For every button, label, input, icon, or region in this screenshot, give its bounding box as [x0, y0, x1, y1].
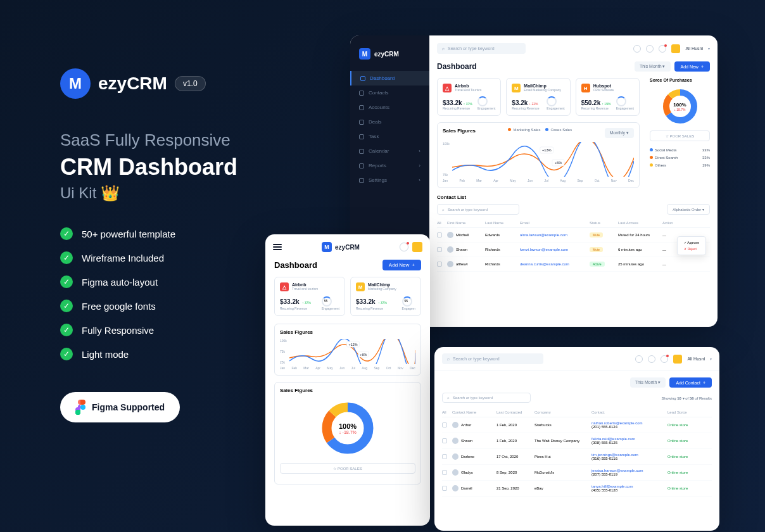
contact-search-input[interactable]: ⌕Search or type keyword	[437, 204, 519, 215]
reject-action[interactable]: ✗ Reject	[680, 246, 703, 252]
svg-text:+12%: +12%	[348, 343, 357, 346]
gauge-icon	[477, 96, 488, 106]
checkbox[interactable]	[437, 232, 442, 238]
checkbox[interactable]	[442, 470, 447, 475]
avatar	[452, 469, 458, 476]
contact-sort-dropdown[interactable]: Alphabetic Order ▾	[667, 204, 710, 215]
add-contact-button[interactable]: Add Contact +	[669, 377, 712, 388]
period-dropdown[interactable]: This Month ▾	[630, 377, 666, 388]
table-row[interactable]: Arthur1 Feb, 2020Starbucksnathan.roberts…	[442, 417, 712, 433]
hero-kit-label: Ui Kit 👑	[60, 184, 301, 202]
bell-icon[interactable]	[400, 243, 408, 251]
checkbox[interactable]	[442, 438, 447, 443]
stat-cards: △AirbnbTravel And Tourism $33.2k ↑ 37%Re…	[437, 78, 640, 116]
gauge-icon	[616, 96, 626, 106]
chevron-down-icon[interactable]: ▾	[708, 46, 710, 51]
bell-icon[interactable]	[659, 45, 666, 53]
sidebar-item-task[interactable]: Task	[350, 129, 429, 144]
logo-icon: M	[322, 242, 332, 252]
stat-card-airbnb[interactable]: △AirbnbTravel And Tourism $33.2k ↑ 37%Re…	[437, 78, 501, 116]
hubspot-icon: H	[581, 84, 590, 92]
user-name: Ali Husni	[687, 357, 705, 361]
logo-text: ezyCRM	[98, 73, 167, 94]
poor-sales-badge: ☆ POOR SALES	[280, 463, 415, 474]
checkbox[interactable]	[442, 422, 447, 428]
sun-icon[interactable]	[635, 355, 643, 363]
page-title: Dashboard	[437, 62, 477, 71]
contacts-icon	[359, 91, 364, 96]
stat-card-mailchimp[interactable]: MMailChimpMarketing Company $33.2k ↑ 37%…	[350, 277, 421, 316]
bell-icon[interactable]	[661, 355, 668, 363]
moon-icon[interactable]	[648, 355, 655, 363]
burger-menu-button[interactable]	[273, 244, 282, 250]
deals-icon	[359, 120, 364, 125]
chart-period-dropdown[interactable]: Monthly ▾	[605, 128, 634, 138]
table-row[interactable]: Gladys8 Sep, 2020McDonald'sjessica.hanso…	[442, 465, 712, 481]
check-icon: ✓	[60, 348, 73, 360]
table-row[interactable]: aflfeswRichardsdeanna.curtis@example.com…	[437, 257, 710, 272]
stat-card-mailchimp[interactable]: MMailChimpEmail Marketing Company $3.2k …	[506, 78, 570, 116]
feature-item: ✓50+ powerful template	[60, 227, 301, 240]
svg-point-0	[80, 405, 85, 410]
table-row[interactable]: Darrell21 Sep, 2020eBaytanya.hill@exampl…	[442, 481, 712, 497]
search-icon: ⌕	[442, 46, 445, 51]
settings-icon	[359, 178, 364, 183]
search-input[interactable]: ⌕Search or type keyword	[437, 43, 526, 54]
stat-card-airbnb[interactable]: △AirbnbTravel and tourism $33.2k ↑ 37%Re…	[274, 277, 345, 316]
avatar[interactable]	[412, 242, 422, 252]
donut-panel: Sorce Of Purchases 100%↓ 18.7% ☆ POOR SA…	[650, 78, 710, 188]
figma-supported-button[interactable]: Figma Supported	[60, 392, 180, 422]
add-new-button[interactable]: Add New +	[382, 260, 421, 270]
table-row[interactable]: Darlene17 Oct, 2020Pizza Huttim.jennings…	[442, 449, 712, 465]
list-search-input[interactable]: ⌕Search or type keyword	[442, 393, 531, 403]
period-dropdown[interactable]: This Month ▾	[635, 61, 671, 72]
main-content: ⌕Search or type keyword Ali Husni ▾ Dash…	[429, 35, 718, 327]
check-icon: ✓	[60, 324, 73, 336]
mailchimp-icon: M	[356, 282, 365, 291]
checkbox[interactable]	[442, 486, 447, 491]
chart-title: Sales Figures	[443, 128, 476, 138]
avatar	[447, 232, 453, 238]
sidebar-item-accounts[interactable]: Accounts	[350, 100, 429, 115]
table-row[interactable]: ShawnRichardskenzi.lawson@example.comMut…	[437, 243, 710, 257]
accounts-icon	[359, 105, 364, 110]
stat-card-hubspot[interactable]: HHubspotCRM Software $50.2k ↑ 19%Recurri…	[576, 78, 640, 116]
gauge-icon: 55	[322, 296, 332, 307]
logo-icon: M	[60, 68, 91, 99]
sidebar-item-contacts[interactable]: Contacts	[350, 86, 429, 100]
donut-title: Sorce Of Purchases	[650, 78, 710, 82]
approve-action[interactable]: ✓ Approve	[680, 239, 703, 246]
row-menu-button[interactable]: ⋯	[662, 233, 675, 238]
topbar: ⌕Search or type keyword Ali Husni ▾	[437, 43, 710, 54]
sun-icon[interactable]	[633, 45, 641, 53]
row-menu-button[interactable]: ⋯	[662, 248, 675, 252]
sidebar-item-settings[interactable]: Settings›	[350, 173, 429, 187]
row-menu-button[interactable]: ⋯	[662, 262, 675, 267]
sidebar-item-dashboard[interactable]: Dashboard	[350, 71, 429, 86]
feature-list: ✓50+ powerful template ✓Wireframe Includ…	[60, 227, 301, 360]
avatar[interactable]	[671, 44, 680, 53]
moon-icon[interactable]	[646, 45, 654, 53]
contact-list-title: Contact List	[437, 194, 710, 200]
checkbox[interactable]	[437, 262, 442, 267]
add-new-button[interactable]: Add New +	[674, 61, 711, 72]
table-row[interactable]: MitchellEdwardsalma.lawson@example.comMu…	[437, 228, 710, 243]
checkbox[interactable]	[437, 247, 442, 252]
sidebar-item-reports[interactable]: Reports›	[350, 158, 429, 173]
avatar	[447, 261, 453, 267]
row-action-popup: ✓ Approve✗ Reject	[677, 236, 706, 255]
poor-sales-badge: ☆ POOR SALES	[650, 130, 710, 141]
sidebar-item-deals[interactable]: Deals	[350, 115, 429, 129]
airbnb-icon: △	[443, 84, 452, 92]
checkbox[interactable]	[442, 454, 447, 459]
avatar[interactable]	[673, 355, 682, 364]
chevron-down-icon[interactable]: ▾	[710, 357, 712, 361]
hero-title: CRM Dashboard	[60, 154, 301, 180]
table-row[interactable]: Shawn1 Feb, 2020The Walt Disney Companyf…	[442, 433, 712, 449]
feature-item: ✓Figma auto-layout	[60, 276, 301, 288]
hero-panel: M ezyCRM v1.0 SaaS Fully Responsive CRM …	[60, 68, 301, 422]
sidebar-item-calendar[interactable]: Calendar›	[350, 144, 429, 158]
chart-x-axis: JanFebMarAprMayJunJulAugSepOctNovDec	[280, 366, 415, 370]
avatar	[452, 438, 458, 444]
search-input[interactable]: ⌕Search or type keyword	[442, 353, 543, 364]
